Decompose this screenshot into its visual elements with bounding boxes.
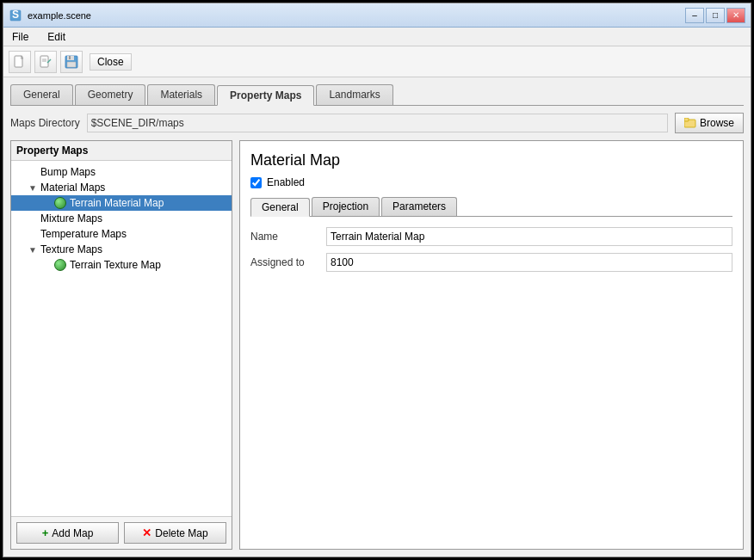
main-area: Property Maps Bump Maps ▼ Material Maps	[10, 140, 744, 550]
enabled-checkbox[interactable]	[250, 177, 262, 188]
title-bar: S example.scene – □ ✕	[3, 3, 751, 28]
window-icon: S	[9, 9, 22, 22]
svg-rect-9	[69, 56, 71, 59]
minimize-button[interactable]: –	[685, 8, 704, 23]
svg-rect-12	[684, 118, 689, 121]
left-panel: Property Maps Bump Maps ▼ Material Maps	[10, 140, 232, 550]
add-map-button[interactable]: + Add Map	[16, 522, 119, 544]
toolbar-close-label: Close	[97, 56, 124, 68]
tree-label-mixture: Mixture Maps	[40, 212, 102, 225]
tree-item-texture[interactable]: ▼ Texture Maps	[11, 242, 232, 257]
assigned-value[interactable]: 8100	[326, 253, 732, 272]
name-row: Name Terrain Material Map	[250, 227, 732, 246]
plus-icon: +	[42, 526, 49, 539]
toolbar-new[interactable]	[9, 51, 31, 73]
tab-general[interactable]: General	[10, 84, 73, 105]
window-controls: – □ ✕	[685, 8, 745, 23]
tree-header: Property Maps	[11, 141, 232, 161]
menu-bar: File Edit	[3, 28, 751, 46]
menu-file[interactable]: File	[7, 29, 34, 45]
tab-landmarks[interactable]: Landmarks	[316, 84, 392, 105]
toolbar-close-button[interactable]: Close	[90, 53, 132, 71]
toolbar-save[interactable]	[60, 51, 83, 73]
left-buttons: + Add Map ✕ Delete Map	[11, 516, 232, 549]
status-dot-terrain-texture	[54, 259, 66, 271]
window-title: example.scene	[28, 10, 685, 21]
svg-rect-10	[67, 62, 76, 67]
browse-label: Browse	[700, 117, 734, 129]
tab-bar: General Geometry Materials Property Maps…	[10, 84, 744, 106]
assigned-label: Assigned to	[250, 256, 319, 268]
name-value[interactable]: Terrain Material Map	[326, 227, 732, 246]
expand-icon-material: ▼	[28, 183, 37, 193]
menu-edit[interactable]: Edit	[42, 29, 71, 45]
inner-tab-bar: General Projection Parameters	[250, 197, 732, 217]
tab-geometry[interactable]: Geometry	[75, 84, 146, 105]
tree-label-terrain-texture: Terrain Texture Map	[70, 259, 161, 271]
tree-label-temperature: Temperature Maps	[40, 228, 127, 240]
tab-materials[interactable]: Materials	[147, 84, 215, 105]
delete-map-button[interactable]: ✕ Delete Map	[124, 522, 226, 544]
enabled-label: Enabled	[267, 176, 305, 188]
enabled-row: Enabled	[250, 176, 732, 188]
main-window: S example.scene – □ ✕ File Edit Close Ge…	[3, 3, 751, 557]
tree-item-temperature[interactable]: Temperature Maps	[11, 226, 232, 242]
tree-item-bump[interactable]: Bump Maps	[11, 164, 232, 180]
tree-body: Bump Maps ▼ Material Maps Terrain Materi…	[11, 161, 232, 516]
window-close-button[interactable]: ✕	[726, 8, 745, 23]
tree-label-material: Material Maps	[40, 182, 105, 194]
tree-label-bump: Bump Maps	[40, 166, 96, 178]
maximize-button[interactable]: □	[706, 8, 725, 23]
right-panel: Material Map Enabled General Projection …	[239, 140, 744, 550]
map-title: Material Map	[250, 151, 732, 169]
tree-item-material[interactable]: ▼ Material Maps	[11, 180, 232, 195]
name-label: Name	[250, 231, 319, 243]
assigned-row: Assigned to 8100	[250, 253, 732, 272]
tree-label-terrain-material: Terrain Material Map	[70, 197, 164, 209]
delete-map-label: Delete Map	[155, 527, 207, 539]
content-area: General Geometry Materials Property Maps…	[3, 77, 751, 557]
maps-directory-row: Maps Directory $SCENE_DIR/maps Browse	[10, 113, 744, 133]
add-map-label: Add Map	[52, 527, 93, 539]
tree-item-terrain-material[interactable]: Terrain Material Map	[11, 195, 232, 211]
inner-tab-general[interactable]: General	[250, 198, 310, 217]
toolbar-edit[interactable]	[34, 51, 57, 73]
browse-button[interactable]: Browse	[675, 113, 744, 133]
maps-dir-label: Maps Directory	[10, 117, 80, 129]
expand-icon-texture: ▼	[28, 245, 37, 255]
maps-dir-value: $SCENE_DIR/maps	[87, 114, 668, 132]
tree-item-terrain-texture[interactable]: Terrain Texture Map	[11, 257, 232, 273]
inner-tab-parameters[interactable]: Parameters	[381, 197, 457, 216]
status-dot-terrain-material	[54, 197, 66, 209]
tab-property-maps[interactable]: Property Maps	[217, 85, 314, 106]
toolbar: Close	[3, 46, 751, 77]
delete-icon: ✕	[142, 526, 151, 539]
tree-item-mixture[interactable]: Mixture Maps	[11, 211, 232, 226]
inner-tab-projection[interactable]: Projection	[312, 197, 380, 216]
svg-text:S: S	[12, 9, 19, 21]
tree-label-texture: Texture Maps	[40, 243, 102, 255]
